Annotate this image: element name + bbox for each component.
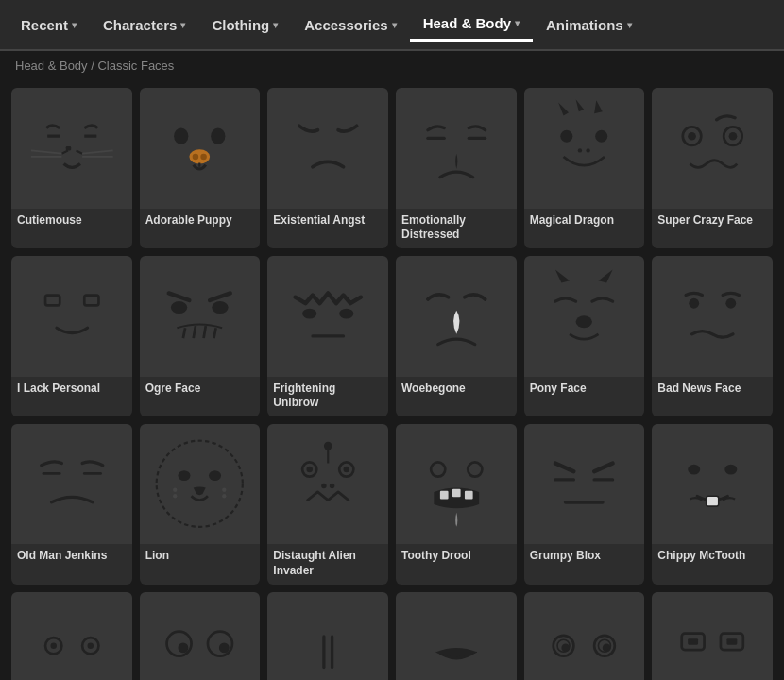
svg-point-47 xyxy=(179,470,191,481)
svg-rect-92 xyxy=(688,638,698,645)
svg-point-76 xyxy=(50,643,57,650)
svg-rect-65 xyxy=(465,491,473,500)
svg-rect-2 xyxy=(65,146,70,150)
face-frightening-unibrow[interactable]: Frightening Unibrow xyxy=(267,256,388,416)
face-i-lack-personal-preview xyxy=(11,256,132,377)
face-row4-6[interactable] xyxy=(652,592,773,680)
svg-point-78 xyxy=(167,632,192,656)
svg-point-49 xyxy=(173,488,177,492)
nav-recent-label: Recent xyxy=(21,17,68,33)
face-row4-1[interactable] xyxy=(11,592,132,680)
face-existential-angst-label: Existential Angst xyxy=(267,209,388,234)
nav-characters[interactable]: Characters ▾ xyxy=(90,9,198,41)
svg-point-62 xyxy=(468,463,482,477)
face-row4-5[interactable] xyxy=(524,592,645,680)
svg-line-35 xyxy=(214,329,216,339)
face-super-crazy-label: Super Crazy Face xyxy=(652,209,773,234)
face-ogre-face[interactable]: Ogre Face xyxy=(140,256,261,416)
nav-animations-chevron: ▾ xyxy=(627,20,632,30)
svg-point-79 xyxy=(208,632,232,656)
face-super-crazy[interactable]: Super Crazy Face xyxy=(652,88,773,248)
face-row4-3[interactable] xyxy=(267,592,388,680)
face-i-lack-personal[interactable]: I Lack Personal xyxy=(11,256,132,416)
face-woebegone-preview xyxy=(396,256,517,377)
nav-recent-chevron: ▾ xyxy=(72,20,77,30)
svg-point-71 xyxy=(688,465,700,475)
face-lion-label: Lion xyxy=(140,544,261,570)
svg-marker-17 xyxy=(558,102,569,115)
face-magical-dragon-label: Magical Dragon xyxy=(524,209,645,234)
svg-rect-93 xyxy=(726,638,737,645)
svg-line-3 xyxy=(61,150,68,153)
face-cutiemouse[interactable]: Cutiemouse xyxy=(11,88,132,248)
face-chippy-mctooth-label: Chippy McTooth xyxy=(652,544,773,570)
svg-line-7 xyxy=(82,150,113,153)
face-i-lack-personal-label: I Lack Personal xyxy=(11,377,132,402)
face-bad-news-face-label: Bad News Face xyxy=(652,377,773,402)
svg-point-87 xyxy=(603,644,611,653)
nav-accessories[interactable]: Accessories ▾ xyxy=(291,9,409,41)
svg-marker-40 xyxy=(599,270,613,283)
svg-point-13 xyxy=(201,153,208,160)
face-distaught-alien-label: Distaught Alien Invader xyxy=(267,544,388,584)
svg-rect-28 xyxy=(45,296,60,306)
face-adorable-puppy[interactable]: Adorable Puppy xyxy=(140,88,261,248)
svg-point-81 xyxy=(219,643,230,654)
svg-point-30 xyxy=(171,302,187,314)
nav-animations-label: Animations xyxy=(546,17,623,33)
face-lion-preview xyxy=(140,424,261,545)
svg-line-32 xyxy=(183,329,185,339)
svg-line-4 xyxy=(76,150,82,153)
face-chippy-mctooth[interactable]: Chippy McTooth xyxy=(652,424,773,585)
svg-point-58 xyxy=(324,442,332,450)
nav-animations[interactable]: Animations ▾ xyxy=(533,9,645,41)
face-bad-news-face[interactable]: Bad News Face xyxy=(652,256,773,416)
nav-recent[interactable]: Recent ▾ xyxy=(8,9,90,41)
face-existential-angst[interactable]: Existential Angst xyxy=(267,88,388,248)
face-row4-2-preview xyxy=(140,592,261,680)
svg-rect-63 xyxy=(439,491,448,500)
svg-point-21 xyxy=(595,129,607,142)
svg-point-60 xyxy=(330,484,334,488)
face-magical-dragon[interactable]: Magical Dragon xyxy=(524,88,645,248)
face-pony-face[interactable]: Pony Face xyxy=(524,256,645,416)
nav-head-body[interactable]: Head & Body ▾ xyxy=(410,8,533,42)
face-emotionally-distressed[interactable]: Emotionally Distressed xyxy=(396,88,517,248)
face-row4-4[interactable] xyxy=(396,592,517,680)
face-ogre-face-preview xyxy=(140,256,261,377)
face-row4-2[interactable] xyxy=(140,592,261,680)
svg-marker-19 xyxy=(594,100,603,113)
svg-point-51 xyxy=(222,488,226,492)
face-old-man-jenkins[interactable]: Old Man Jenkins xyxy=(11,424,132,585)
svg-rect-73 xyxy=(707,497,719,507)
face-emotionally-distressed-preview xyxy=(396,88,517,209)
face-grid: Cutiemouse Adorable Puppy xyxy=(0,80,784,680)
face-pony-face-label: Pony Face xyxy=(524,377,645,402)
face-toothy-drool[interactable]: Toothy Drool xyxy=(396,424,517,585)
svg-point-56 xyxy=(343,467,349,473)
svg-point-42 xyxy=(689,298,699,309)
svg-point-9 xyxy=(174,128,188,144)
nav-characters-chevron: ▾ xyxy=(180,20,185,30)
nav-accessories-chevron: ▾ xyxy=(392,20,397,30)
face-super-crazy-preview xyxy=(652,88,773,209)
navbar: Recent ▾ Characters ▾ Clothing ▾ Accesso… xyxy=(0,0,784,51)
face-lion[interactable]: Lion xyxy=(140,424,261,585)
face-row4-5-preview xyxy=(524,592,645,680)
svg-point-50 xyxy=(173,494,177,498)
face-grumpy-blox[interactable]: Grumpy Blox xyxy=(524,424,645,585)
nav-clothing[interactable]: Clothing ▾ xyxy=(198,9,291,41)
face-grumpy-blox-preview xyxy=(524,424,645,545)
svg-point-41 xyxy=(576,316,592,329)
face-chippy-mctooth-preview xyxy=(652,424,773,545)
svg-point-23 xyxy=(587,148,590,152)
face-row4-4-preview xyxy=(396,592,517,680)
face-woebegone[interactable]: Woebegone xyxy=(396,256,517,416)
svg-point-36 xyxy=(302,309,316,319)
svg-point-77 xyxy=(87,643,94,650)
face-adorable-puppy-preview xyxy=(140,88,261,209)
face-distaught-alien[interactable]: Distaught Alien Invader xyxy=(267,424,388,585)
svg-point-55 xyxy=(306,467,313,473)
svg-point-52 xyxy=(222,494,226,498)
svg-point-48 xyxy=(209,470,221,481)
